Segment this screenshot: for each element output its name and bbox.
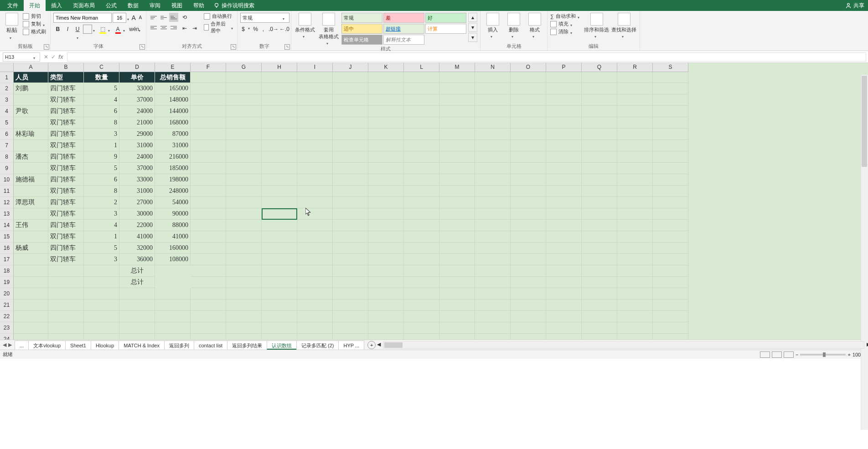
cell[interactable] xyxy=(546,322,582,334)
cell[interactable] xyxy=(262,72,297,83)
cell-style-swatch[interactable]: 适中 xyxy=(341,24,382,34)
cell[interactable]: 潘杰 xyxy=(14,151,48,163)
cell[interactable] xyxy=(119,288,155,299)
cell[interactable] xyxy=(653,277,688,288)
cell[interactable] xyxy=(368,334,404,340)
share-button[interactable]: 共享 xyxy=(845,2,864,10)
cell[interactable] xyxy=(439,265,475,277)
cell[interactable] xyxy=(617,277,653,288)
cell[interactable]: 双门轿车 xyxy=(48,163,84,174)
paste-button[interactable]: 粘贴 xyxy=(3,13,21,39)
cell[interactable] xyxy=(297,72,333,83)
cell[interactable] xyxy=(617,334,653,340)
shrink-font-button[interactable]: A xyxy=(137,13,143,22)
cell[interactable] xyxy=(14,254,48,265)
cell[interactable]: 双门轿车 xyxy=(48,117,84,129)
cell[interactable] xyxy=(14,277,48,288)
cell[interactable] xyxy=(226,106,262,117)
cell[interactable] xyxy=(226,117,262,129)
sheet-tab[interactable]: Hlookup xyxy=(91,341,119,350)
cell[interactable] xyxy=(439,129,475,140)
enter-icon[interactable]: ✓ xyxy=(51,54,56,60)
cell[interactable] xyxy=(404,117,439,129)
cell[interactable] xyxy=(617,288,653,299)
cell[interactable] xyxy=(226,174,262,186)
cell[interactable] xyxy=(297,94,333,106)
row-header[interactable]: 10 xyxy=(0,174,14,186)
cell[interactable] xyxy=(368,140,404,151)
cell[interactable] xyxy=(48,322,84,334)
cell[interactable] xyxy=(439,151,475,163)
cell[interactable] xyxy=(48,288,84,299)
cell[interactable] xyxy=(155,322,191,334)
wrap-text-button[interactable]: 自动换行 xyxy=(204,13,234,20)
cell[interactable] xyxy=(297,208,333,220)
cell[interactable] xyxy=(262,208,297,220)
cell[interactable]: 144000 xyxy=(155,106,191,117)
cell[interactable] xyxy=(653,265,688,277)
row-header[interactable]: 4 xyxy=(0,106,14,117)
cell[interactable] xyxy=(653,106,688,117)
cell[interactable] xyxy=(262,334,297,340)
cell[interactable] xyxy=(617,311,653,322)
cell[interactable] xyxy=(404,186,439,197)
menu-tab-文件[interactable]: 文件 xyxy=(2,0,24,11)
cell[interactable] xyxy=(404,311,439,322)
cell[interactable] xyxy=(582,277,617,288)
cell[interactable] xyxy=(333,231,368,243)
cell[interactable] xyxy=(119,334,155,340)
cell[interactable] xyxy=(84,334,119,340)
cell[interactable]: 185000 xyxy=(155,163,191,174)
cell[interactable] xyxy=(262,231,297,243)
find-select-button[interactable]: 查找和选择 xyxy=(611,13,637,38)
cell[interactable] xyxy=(262,186,297,197)
cell[interactable] xyxy=(653,140,688,151)
cell[interactable]: 31000 xyxy=(155,140,191,151)
align-bottom-button[interactable] xyxy=(169,13,178,22)
cell[interactable] xyxy=(155,299,191,311)
cell[interactable] xyxy=(226,83,262,94)
cell[interactable] xyxy=(511,117,546,129)
cell[interactable] xyxy=(48,277,84,288)
cell[interactable]: 林彩瑜 xyxy=(14,129,48,140)
row-header[interactable]: 24 xyxy=(0,334,14,340)
cell[interactable]: 33000 xyxy=(119,174,155,186)
cell[interactable]: 108000 xyxy=(155,254,191,265)
cell[interactable] xyxy=(653,72,688,83)
cell[interactable] xyxy=(155,311,191,322)
cell[interactable] xyxy=(191,299,226,311)
cell[interactable] xyxy=(653,288,688,299)
format-cells-button[interactable]: 格式 xyxy=(525,13,544,38)
cell[interactable] xyxy=(333,254,368,265)
formula-input[interactable] xyxy=(67,52,866,62)
cell[interactable] xyxy=(297,140,333,151)
cell[interactable] xyxy=(546,106,582,117)
cell[interactable] xyxy=(191,322,226,334)
cell[interactable] xyxy=(191,129,226,140)
cell[interactable] xyxy=(511,83,546,94)
cell[interactable] xyxy=(191,277,226,288)
cell[interactable]: 王伟 xyxy=(14,220,48,231)
cell[interactable] xyxy=(439,140,475,151)
cell[interactable] xyxy=(653,243,688,254)
cell[interactable] xyxy=(404,220,439,231)
cell[interactable] xyxy=(653,220,688,231)
cell[interactable] xyxy=(511,151,546,163)
chevron-down-icon[interactable] xyxy=(127,15,130,20)
cell[interactable] xyxy=(226,163,262,174)
cell[interactable] xyxy=(191,334,226,340)
cell[interactable]: 31000 xyxy=(119,140,155,151)
menu-tab-审阅[interactable]: 审阅 xyxy=(144,0,166,11)
cell[interactable]: 双门轿车 xyxy=(48,186,84,197)
cell[interactable] xyxy=(368,163,404,174)
cell[interactable] xyxy=(191,83,226,94)
cell[interactable] xyxy=(14,288,48,299)
cell[interactable] xyxy=(475,174,511,186)
cell[interactable] xyxy=(119,299,155,311)
cell[interactable] xyxy=(439,208,475,220)
cell[interactable]: 24000 xyxy=(119,106,155,117)
cell[interactable] xyxy=(475,220,511,231)
horizontal-scrollbar[interactable]: ◀ ▶ xyxy=(383,341,864,349)
cell[interactable]: 类型 xyxy=(48,72,84,83)
cell[interactable] xyxy=(582,151,617,163)
